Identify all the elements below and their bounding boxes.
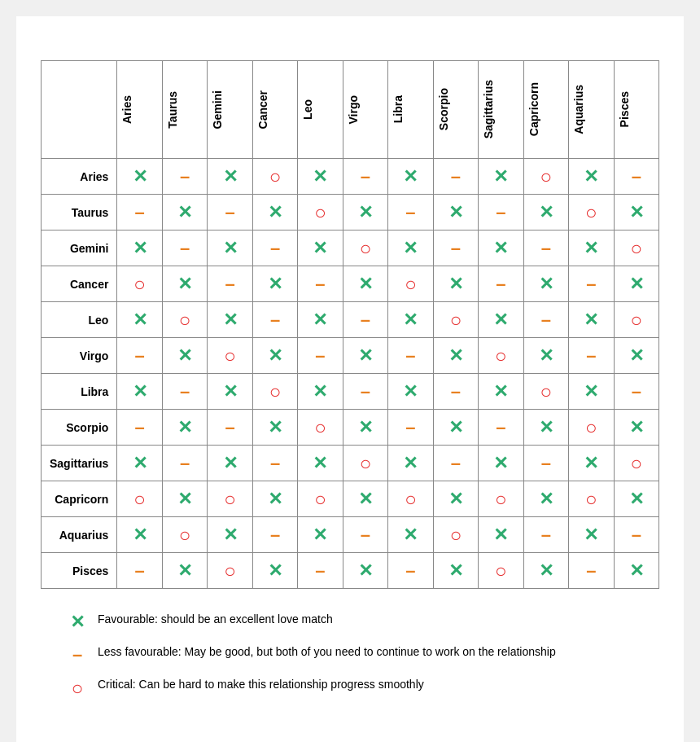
cell-3-2: – <box>208 266 252 302</box>
cell-4-10: ✕ <box>569 302 614 338</box>
dash-symbol: – <box>315 345 325 366</box>
table-row: Aries✕–✕○✕–✕–✕○✕– <box>42 159 659 195</box>
cell-11-8: ○ <box>479 553 523 589</box>
legend: ✕Favourable: should be an excellent love… <box>41 612 659 700</box>
dash-symbol: – <box>180 453 190 473</box>
x-symbol: ✕ <box>358 202 373 222</box>
row-header-cancer: Cancer <box>42 266 117 302</box>
cell-11-3: ✕ <box>252 553 297 589</box>
cell-4-4: ✕ <box>298 302 343 338</box>
cell-3-10: – <box>569 266 614 302</box>
cell-7-11: ✕ <box>614 410 658 446</box>
row-header-virgo: Virgo <box>42 338 117 374</box>
x-symbol: ✕ <box>133 166 147 187</box>
x-symbol: ✕ <box>133 238 147 258</box>
cell-2-3: – <box>252 231 297 266</box>
cell-6-5: – <box>343 374 387 410</box>
compatibility-table: AriesTaurusGeminiCancerLeoVirgoLibraScor… <box>41 60 659 589</box>
cell-0-5: – <box>343 159 387 195</box>
cell-6-3: ○ <box>252 374 297 410</box>
dash-symbol: – <box>270 525 280 545</box>
dash-symbol: – <box>541 453 551 473</box>
cell-10-5: – <box>343 517 387 553</box>
cell-0-1: – <box>162 159 207 195</box>
cell-0-9: ○ <box>523 159 568 195</box>
dash-symbol: – <box>405 417 415 437</box>
cell-5-9: ✕ <box>523 338 568 374</box>
cell-0-6: ✕ <box>388 159 433 195</box>
row-header-aquarius: Aquarius <box>42 517 117 553</box>
cell-4-2: ✕ <box>208 302 252 338</box>
x-symbol: ✕ <box>313 453 327 473</box>
cell-0-8: ✕ <box>479 159 523 195</box>
o-symbol: ○ <box>133 488 146 510</box>
x-symbol: ✕ <box>268 274 282 294</box>
x-symbol: ✕ <box>584 238 598 258</box>
cell-6-0: ✕ <box>117 374 162 410</box>
x-symbol: ✕ <box>448 489 463 509</box>
o-symbol: ○ <box>179 524 191 546</box>
cell-9-11: ✕ <box>614 481 658 517</box>
cell-10-10: ✕ <box>569 517 614 553</box>
x-symbol: ✕ <box>177 202 192 222</box>
dash-symbol: – <box>632 166 641 187</box>
x-symbol: ✕ <box>268 202 282 222</box>
cell-1-7: ✕ <box>433 195 478 231</box>
x-symbol: ✕ <box>358 417 373 437</box>
cell-5-8: ○ <box>479 338 523 374</box>
x-symbol: ✕ <box>177 560 192 581</box>
cell-6-6: ✕ <box>388 374 433 410</box>
x-symbol: ✕ <box>584 166 598 187</box>
cell-4-9: – <box>523 302 568 338</box>
x-symbol: ✕ <box>268 345 282 366</box>
dash-symbol: – <box>496 274 505 294</box>
x-symbol: ✕ <box>313 166 327 187</box>
cell-5-7: ✕ <box>433 338 478 374</box>
cell-11-11: ✕ <box>614 553 658 589</box>
cell-11-7: ✕ <box>433 553 478 589</box>
x-symbol: ✕ <box>584 310 598 330</box>
o-symbol: ○ <box>314 488 326 510</box>
x-symbol: ✕ <box>268 489 282 509</box>
x-symbol: ✕ <box>223 453 238 473</box>
x-symbol: ✕ <box>584 525 598 545</box>
cell-6-2: ✕ <box>208 374 252 410</box>
cell-5-10: – <box>569 338 614 374</box>
cell-1-9: ✕ <box>523 195 568 231</box>
o-symbol: ○ <box>133 273 146 295</box>
cell-7-3: ✕ <box>252 410 297 446</box>
cell-9-4: ○ <box>298 481 343 517</box>
cell-5-3: ✕ <box>252 338 297 374</box>
cell-7-9: ✕ <box>523 410 568 446</box>
table-row: Aquarius✕○✕–✕–✕○✕–✕– <box>42 517 659 553</box>
column-header-scorpio: Scorpio <box>433 61 478 159</box>
x-symbol: ✕ <box>358 489 373 509</box>
cell-0-7: – <box>433 159 478 195</box>
column-header-libra: Libra <box>388 61 433 159</box>
o-symbol: ○ <box>631 237 643 259</box>
x-symbol: ✕ <box>448 202 463 222</box>
cell-9-6: ○ <box>388 481 433 517</box>
cell-10-4: ✕ <box>298 517 343 553</box>
x-symbol: ✕ <box>403 166 418 187</box>
row-header-taurus: Taurus <box>42 195 117 231</box>
table-row: Libra✕–✕○✕–✕–✕○✕– <box>42 374 659 410</box>
o-symbol: ○ <box>405 488 417 510</box>
x-symbol: ✕ <box>133 310 147 330</box>
cell-1-11: ✕ <box>614 195 658 231</box>
cell-10-7: ○ <box>433 517 478 553</box>
cell-2-1: – <box>162 231 207 266</box>
cell-0-0: ✕ <box>117 159 162 195</box>
column-header-leo: Leo <box>298 61 343 159</box>
o-symbol: ○ <box>269 165 282 187</box>
dash-symbol: – <box>632 381 641 402</box>
cell-8-11: ○ <box>614 446 658 481</box>
x-symbol: ✕ <box>313 238 327 258</box>
table-row: Gemini✕–✕–✕○✕–✕–✕○ <box>42 231 659 266</box>
o-symbol: ○ <box>585 416 597 438</box>
row-header-sagittarius: Sagittarius <box>42 446 117 481</box>
x-symbol: ✕ <box>493 453 508 473</box>
table-row: Taurus–✕–✕○✕–✕–✕○✕ <box>42 195 659 231</box>
cell-3-9: ✕ <box>523 266 568 302</box>
cell-7-4: ○ <box>298 410 343 446</box>
